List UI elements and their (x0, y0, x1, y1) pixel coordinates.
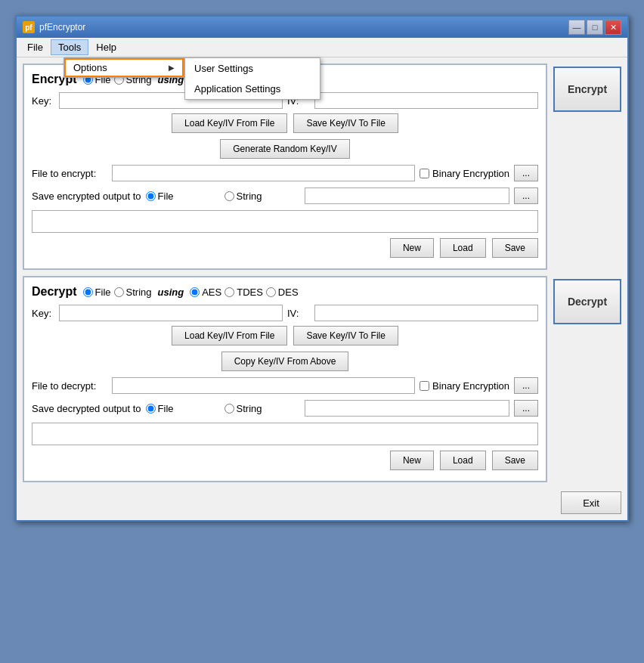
decrypt-aes-radio[interactable] (190, 287, 200, 297)
encrypt-output-string-label[interactable]: String (224, 191, 300, 202)
encrypt-output-label: Save encrypted output to (32, 191, 141, 202)
encrypt-browse-btn[interactable]: ... (514, 165, 538, 181)
decrypt-using-label: using (158, 287, 184, 298)
decrypt-string-radio[interactable] (114, 287, 124, 297)
encrypt-section: Encrypt File String using (23, 64, 621, 276)
exit-button[interactable]: Exit (561, 491, 621, 514)
decrypt-tdes-radio-label[interactable]: TDES (224, 287, 263, 298)
maximize-button[interactable]: □ (587, 20, 603, 35)
encrypt-action-btn[interactable]: Encrypt (553, 67, 621, 112)
decrypt-copy-key-btn[interactable]: Copy Key/IV From Above (221, 352, 349, 371)
decrypt-output-label: Save decrypted output to (32, 403, 141, 414)
decrypt-des-radio-label[interactable]: DES (266, 287, 299, 298)
app-settings-item[interactable]: Application Settings (185, 79, 320, 99)
decrypt-tdes-label: TDES (237, 287, 263, 298)
encrypt-file-input[interactable] (112, 165, 415, 181)
decrypt-key-btn-row: Load Key/IV From File Save Key/IV To Fil… (32, 326, 538, 345)
main-window: pf pfEncryptor — □ ✕ File Tools Help Opt… (15, 15, 629, 522)
encrypt-output-textarea[interactable] (32, 210, 538, 233)
app-icon: pf (23, 21, 35, 33)
window-title: pfEncryptor (39, 22, 85, 33)
main-content: Encrypt File String using (17, 57, 627, 520)
menu-tools[interactable]: Tools (51, 39, 88, 55)
menubar: File Tools Help Options ▶ User Settings … (17, 38, 627, 57)
decrypt-file-row: File to decrypt: Binary Encryption ... (32, 377, 538, 394)
user-settings-item[interactable]: User Settings (185, 58, 320, 79)
encrypt-output-row: Save encrypted output to File String ... (32, 187, 538, 204)
decrypt-load-key-btn[interactable]: Load Key/IV From File (172, 326, 287, 345)
decrypt-output-string-radio[interactable] (224, 404, 234, 414)
decrypt-binary-check: Binary Encryption (420, 380, 509, 392)
decrypt-output-input[interactable] (305, 400, 509, 417)
encrypt-iv-input[interactable] (314, 92, 538, 109)
submenu-panel: User Settings Application Settings (184, 57, 320, 100)
decrypt-string-label: String (126, 287, 152, 298)
encrypt-file-label-text: File to encrypt: (32, 168, 107, 179)
decrypt-aes-radio-label[interactable]: AES (190, 287, 221, 298)
decrypt-des-label: DES (278, 287, 299, 298)
decrypt-binary-label: Binary Encryption (432, 380, 509, 392)
decrypt-header-row: Decrypt File String using (32, 285, 538, 299)
decrypt-action-btn[interactable]: Decrypt (553, 279, 621, 324)
encrypt-gen-key-btn[interactable]: Generate Random Key/IV (220, 139, 349, 159)
encrypt-output-input[interactable] (305, 187, 509, 204)
submenu-arrow: ▶ (169, 64, 175, 72)
menu-help[interactable]: Help (88, 39, 124, 55)
encrypt-new-btn[interactable]: New (390, 238, 434, 258)
decrypt-output-string-label[interactable]: String (224, 403, 300, 414)
encrypt-output-file-radio[interactable] (146, 191, 156, 201)
decrypt-file-radio[interactable] (83, 287, 93, 297)
decrypt-section: Decrypt File String using (23, 276, 621, 488)
decrypt-output-file-label[interactable]: File (146, 403, 221, 414)
dropdown-container: Options ▶ User Settings Application Sett… (63, 57, 184, 78)
decrypt-file-input[interactable] (112, 377, 415, 394)
tools-dropdown: Options ▶ User Settings Application Sett… (63, 57, 184, 78)
encrypt-binary-label: Binary Encryption (432, 168, 509, 179)
decrypt-copy-key-row: Copy Key/IV From Above (32, 352, 538, 371)
decrypt-file-radio-label[interactable]: File (83, 287, 111, 298)
decrypt-iv-input[interactable] (314, 305, 538, 321)
close-button[interactable]: ✕ (605, 20, 621, 35)
decrypt-string-radio-label[interactable]: String (114, 287, 152, 298)
decrypt-algo-group: AES TDES DES (190, 287, 298, 298)
encrypt-binary-checkbox[interactable] (420, 169, 429, 178)
decrypt-tdes-radio[interactable] (224, 287, 234, 297)
encrypt-output-browse-btn[interactable]: ... (514, 187, 538, 204)
decrypt-des-radio[interactable] (266, 287, 276, 297)
encrypt-output-file-text: File (158, 191, 174, 202)
decrypt-save-key-btn[interactable]: Save Key/IV To File (293, 326, 398, 345)
encrypt-key-btn-row: Load Key/IV From File Save Key/IV To Fil… (32, 113, 538, 133)
decrypt-output-browse-btn[interactable]: ... (514, 400, 538, 417)
encrypt-bottom-btn-row: New Load Save (32, 238, 538, 258)
decrypt-output-file-radio[interactable] (146, 404, 156, 414)
decrypt-new-btn[interactable]: New (390, 451, 434, 470)
decrypt-key-input[interactable] (59, 305, 283, 321)
options-label: Options (73, 62, 107, 73)
decrypt-key-label: Key: (32, 308, 54, 319)
decrypt-browse-btn[interactable]: ... (514, 377, 538, 394)
encrypt-output-file-label[interactable]: File (146, 191, 221, 202)
encrypt-load-btn[interactable]: Load (440, 238, 486, 258)
encrypt-action-col: Encrypt (553, 64, 621, 276)
decrypt-title: Decrypt (32, 285, 77, 299)
decrypt-output-textarea[interactable] (32, 423, 538, 445)
decrypt-bottom-btn-row: New Load Save (32, 451, 538, 470)
menu-file[interactable]: File (20, 39, 51, 55)
encrypt-load-key-btn[interactable]: Load Key/IV From File (172, 113, 287, 133)
encrypt-output-string-text: String (237, 191, 262, 202)
decrypt-output-group: File String (146, 403, 300, 414)
options-menu-item[interactable]: Options ▶ (64, 58, 184, 77)
encrypt-output-group: File String (146, 191, 300, 202)
decrypt-key-row: Key: IV: (32, 305, 538, 321)
decrypt-aes-label: AES (202, 287, 221, 298)
encrypt-save-btn[interactable]: Save (492, 238, 538, 258)
title-buttons: — □ ✕ (568, 20, 621, 35)
decrypt-binary-checkbox[interactable] (420, 381, 429, 391)
decrypt-load-btn[interactable]: Load (440, 451, 486, 470)
encrypt-save-key-btn[interactable]: Save Key/IV To File (293, 113, 398, 133)
decrypt-output-file-text: File (158, 403, 174, 414)
encrypt-output-string-radio[interactable] (224, 191, 234, 201)
encrypt-binary-check: Binary Encryption (420, 168, 509, 179)
minimize-button[interactable]: — (568, 20, 585, 35)
decrypt-save-btn[interactable]: Save (492, 451, 538, 470)
